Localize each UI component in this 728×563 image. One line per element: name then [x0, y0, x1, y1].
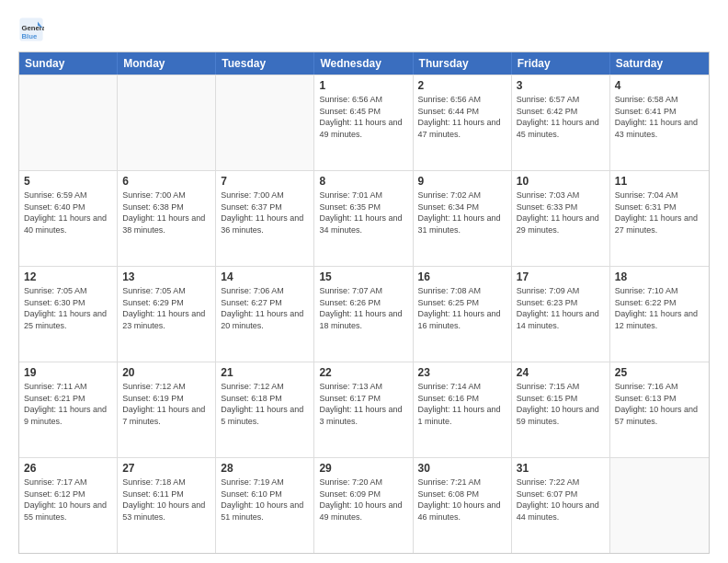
- calendar-week-row: 1Sunrise: 6:56 AM Sunset: 6:45 PM Daylig…: [19, 75, 709, 170]
- day-number: 13: [122, 270, 210, 283]
- calendar-header-day: Monday: [118, 52, 216, 75]
- day-number: 10: [517, 175, 605, 188]
- day-number: 1: [319, 79, 407, 92]
- day-number: 21: [221, 366, 309, 379]
- cell-daylight-text: Sunrise: 7:12 AM Sunset: 6:19 PM Dayligh…: [122, 381, 210, 427]
- day-number: 23: [418, 366, 506, 379]
- day-number: 3: [517, 79, 605, 92]
- calendar-cell: 28Sunrise: 7:19 AM Sunset: 6:10 PM Dayli…: [216, 458, 314, 553]
- cell-daylight-text: Sunrise: 7:00 AM Sunset: 6:38 PM Dayligh…: [122, 190, 210, 236]
- calendar-cell: 1Sunrise: 6:56 AM Sunset: 6:45 PM Daylig…: [314, 75, 413, 170]
- calendar-cell: 5Sunrise: 6:59 AM Sunset: 6:40 PM Daylig…: [19, 171, 118, 266]
- cell-daylight-text: Sunrise: 7:05 AM Sunset: 6:30 PM Dayligh…: [24, 285, 112, 331]
- cell-daylight-text: Sunrise: 7:11 AM Sunset: 6:21 PM Dayligh…: [24, 381, 112, 427]
- cell-daylight-text: Sunrise: 6:59 AM Sunset: 6:40 PM Dayligh…: [24, 190, 112, 236]
- calendar: SundayMondayTuesdayWednesdayThursdayFrid…: [18, 52, 710, 554]
- day-number: 19: [24, 366, 112, 379]
- day-number: 2: [418, 79, 506, 92]
- calendar-header-day: Saturday: [610, 52, 709, 75]
- day-number: 30: [418, 462, 506, 475]
- day-number: 18: [615, 270, 704, 283]
- calendar-cell: [610, 458, 709, 553]
- day-number: 24: [517, 366, 605, 379]
- cell-daylight-text: Sunrise: 7:15 AM Sunset: 6:15 PM Dayligh…: [517, 381, 605, 427]
- day-number: 27: [122, 462, 210, 475]
- cell-daylight-text: Sunrise: 7:22 AM Sunset: 6:07 PM Dayligh…: [517, 477, 605, 523]
- calendar-week-row: 19Sunrise: 7:11 AM Sunset: 6:21 PM Dayli…: [19, 362, 709, 457]
- calendar-cell: 2Sunrise: 6:56 AM Sunset: 6:44 PM Daylig…: [414, 75, 512, 170]
- cell-daylight-text: Sunrise: 7:16 AM Sunset: 6:13 PM Dayligh…: [615, 381, 704, 427]
- cell-daylight-text: Sunrise: 7:02 AM Sunset: 6:34 PM Dayligh…: [418, 190, 506, 236]
- day-number: 26: [24, 462, 112, 475]
- day-number: 11: [615, 175, 704, 188]
- calendar-body: 1Sunrise: 6:56 AM Sunset: 6:45 PM Daylig…: [19, 75, 709, 553]
- cell-daylight-text: Sunrise: 7:14 AM Sunset: 6:16 PM Dayligh…: [418, 381, 506, 427]
- day-number: 25: [615, 366, 704, 379]
- calendar-week-row: 26Sunrise: 7:17 AM Sunset: 6:12 PM Dayli…: [19, 457, 709, 553]
- day-number: 17: [517, 270, 605, 283]
- calendar-cell: 4Sunrise: 6:58 AM Sunset: 6:41 PM Daylig…: [610, 75, 709, 170]
- calendar-cell: 20Sunrise: 7:12 AM Sunset: 6:19 PM Dayli…: [118, 362, 216, 457]
- calendar-cell: 24Sunrise: 7:15 AM Sunset: 6:15 PM Dayli…: [512, 362, 610, 457]
- calendar-cell: 26Sunrise: 7:17 AM Sunset: 6:12 PM Dayli…: [19, 458, 118, 553]
- calendar-cell: 3Sunrise: 6:57 AM Sunset: 6:42 PM Daylig…: [512, 75, 610, 170]
- calendar-cell: 23Sunrise: 7:14 AM Sunset: 6:16 PM Dayli…: [414, 362, 512, 457]
- calendar-cell: 21Sunrise: 7:12 AM Sunset: 6:18 PM Dayli…: [216, 362, 314, 457]
- calendar-cell: [216, 75, 314, 170]
- calendar-header-day: Tuesday: [216, 52, 314, 75]
- cell-daylight-text: Sunrise: 7:04 AM Sunset: 6:31 PM Dayligh…: [615, 190, 704, 236]
- calendar-cell: 6Sunrise: 7:00 AM Sunset: 6:38 PM Daylig…: [118, 171, 216, 266]
- logo-icon: General Blue: [18, 17, 44, 42]
- calendar-header: SundayMondayTuesdayWednesdayThursdayFrid…: [19, 52, 709, 75]
- calendar-cell: 12Sunrise: 7:05 AM Sunset: 6:30 PM Dayli…: [19, 267, 118, 362]
- cell-daylight-text: Sunrise: 7:12 AM Sunset: 6:18 PM Dayligh…: [221, 381, 309, 427]
- calendar-cell: 16Sunrise: 7:08 AM Sunset: 6:25 PM Dayli…: [414, 267, 512, 362]
- svg-text:Blue: Blue: [22, 32, 38, 40]
- calendar-header-day: Wednesday: [314, 52, 413, 75]
- calendar-cell: 10Sunrise: 7:03 AM Sunset: 6:33 PM Dayli…: [512, 171, 610, 266]
- day-number: 4: [615, 79, 704, 92]
- calendar-cell: 25Sunrise: 7:16 AM Sunset: 6:13 PM Dayli…: [610, 362, 709, 457]
- cell-daylight-text: Sunrise: 7:10 AM Sunset: 6:22 PM Dayligh…: [615, 285, 704, 331]
- calendar-cell: 22Sunrise: 7:13 AM Sunset: 6:17 PM Dayli…: [314, 362, 413, 457]
- calendar-cell: 7Sunrise: 7:00 AM Sunset: 6:37 PM Daylig…: [216, 171, 314, 266]
- cell-daylight-text: Sunrise: 7:07 AM Sunset: 6:26 PM Dayligh…: [319, 285, 407, 331]
- day-number: 9: [418, 175, 506, 188]
- cell-daylight-text: Sunrise: 7:09 AM Sunset: 6:23 PM Dayligh…: [517, 285, 605, 331]
- calendar-cell: 11Sunrise: 7:04 AM Sunset: 6:31 PM Dayli…: [610, 171, 709, 266]
- cell-daylight-text: Sunrise: 7:13 AM Sunset: 6:17 PM Dayligh…: [319, 381, 407, 427]
- cell-daylight-text: Sunrise: 7:03 AM Sunset: 6:33 PM Dayligh…: [517, 190, 605, 236]
- calendar-header-day: Thursday: [414, 52, 512, 75]
- page: General Blue SundayMondayTuesdayWednesda…: [0, 0, 728, 563]
- day-number: 20: [122, 366, 210, 379]
- day-number: 5: [24, 175, 112, 188]
- calendar-cell: 29Sunrise: 7:20 AM Sunset: 6:09 PM Dayli…: [314, 458, 413, 553]
- svg-text:General: General: [22, 24, 45, 32]
- cell-daylight-text: Sunrise: 6:56 AM Sunset: 6:45 PM Dayligh…: [319, 94, 407, 140]
- cell-daylight-text: Sunrise: 6:56 AM Sunset: 6:44 PM Dayligh…: [418, 94, 506, 140]
- day-number: 29: [319, 462, 407, 475]
- day-number: 28: [221, 462, 309, 475]
- calendar-cell: 19Sunrise: 7:11 AM Sunset: 6:21 PM Dayli…: [19, 362, 118, 457]
- cell-daylight-text: Sunrise: 7:01 AM Sunset: 6:35 PM Dayligh…: [319, 190, 407, 236]
- calendar-header-day: Friday: [512, 52, 610, 75]
- day-number: 31: [517, 462, 605, 475]
- header: General Blue: [18, 17, 710, 42]
- day-number: 22: [319, 366, 407, 379]
- cell-daylight-text: Sunrise: 7:08 AM Sunset: 6:25 PM Dayligh…: [418, 285, 506, 331]
- day-number: 7: [221, 175, 309, 188]
- calendar-week-row: 12Sunrise: 7:05 AM Sunset: 6:30 PM Dayli…: [19, 266, 709, 362]
- calendar-cell: 17Sunrise: 7:09 AM Sunset: 6:23 PM Dayli…: [512, 267, 610, 362]
- calendar-cell: 30Sunrise: 7:21 AM Sunset: 6:08 PM Dayli…: [414, 458, 512, 553]
- calendar-cell: 27Sunrise: 7:18 AM Sunset: 6:11 PM Dayli…: [118, 458, 216, 553]
- calendar-cell: 18Sunrise: 7:10 AM Sunset: 6:22 PM Dayli…: [610, 267, 709, 362]
- day-number: 12: [24, 270, 112, 283]
- calendar-cell: 9Sunrise: 7:02 AM Sunset: 6:34 PM Daylig…: [414, 171, 512, 266]
- day-number: 14: [221, 270, 309, 283]
- cell-daylight-text: Sunrise: 6:57 AM Sunset: 6:42 PM Dayligh…: [517, 94, 605, 140]
- cell-daylight-text: Sunrise: 6:58 AM Sunset: 6:41 PM Dayligh…: [615, 94, 704, 140]
- cell-daylight-text: Sunrise: 7:21 AM Sunset: 6:08 PM Dayligh…: [418, 477, 506, 523]
- logo: General Blue: [18, 17, 48, 42]
- calendar-cell: [19, 75, 118, 170]
- calendar-cell: 8Sunrise: 7:01 AM Sunset: 6:35 PM Daylig…: [314, 171, 413, 266]
